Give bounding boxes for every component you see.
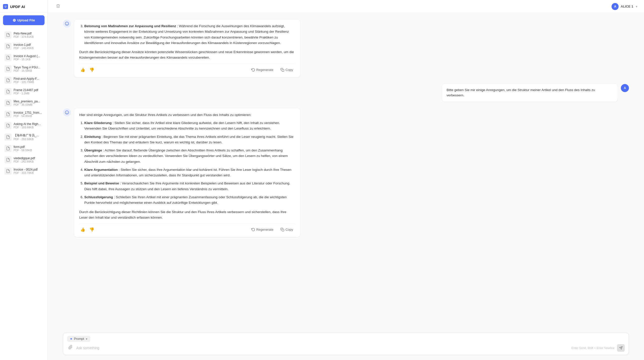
thumbs-up-button-3[interactable]: 👍 [79,226,86,233]
file-icon [5,145,12,152]
file-name: Invoice - 0024.pdf [14,168,37,171]
file-list-item[interactable]: form.pdf PDF · 58.59KB [2,143,46,154]
file-info: Find-and-Apply-F... PDF · 105.79MB [14,77,39,84]
file-size: PDF · 35.03MB [14,103,40,106]
send-button[interactable] [617,344,625,352]
input-top: ✦ Prompt ▼ [67,336,625,342]
file-list-item[interactable]: Invoice # August (... PDF · 15.1KB [2,52,46,63]
regenerate-button-3[interactable]: Regenerate [249,227,275,232]
regenerate-icon [251,68,255,72]
file-size: PDF · 1.2MB [14,92,38,95]
regenerate-button-1[interactable]: Regenerate [249,67,275,73]
file-list-item[interactable]: 【海外推广专员_... PDF · 293.58KB [2,131,46,143]
prompt-dropdown[interactable]: ✦ Prompt ▼ [67,336,90,342]
ai-avatar [63,20,71,28]
file-list-item[interactable]: viededigque.pdf PDF · 242.99KB [2,154,46,165]
upload-label: Upload File [17,18,35,22]
chat-input[interactable] [76,346,569,350]
file-size: PDF · 16.58KB [14,69,41,72]
file-icon [5,88,12,95]
file-name: Invoice # August (... [14,54,40,58]
file-name: Find-and-Apply-F... [14,77,39,81]
svg-point-0 [65,22,69,25]
delete-icon[interactable] [54,4,60,9]
file-list-item[interactable]: Frame 214487.pdf PDF · 1.2MB [2,86,46,97]
file-name: invoice-1.pdf [14,43,34,47]
thumbs-down-button-3[interactable]: 👎 [88,226,95,233]
input-hint: Enter Send; Shift + Enter Newline [571,346,615,349]
file-size: PDF · 105.79MB [14,81,39,84]
attach-button[interactable] [67,344,74,352]
feedback-icons: 👍 👎 [79,66,95,73]
ai-message-3: Hier sind einige Anregungen, um die Stru… [63,108,629,237]
regenerate-icon-3 [251,228,255,231]
file-size: PDF · 242.99KB [14,160,35,163]
prompt-label: Prompt [74,337,84,341]
file-list-item[interactable]: Asking AI the Righ... PDF · 193.68KB [2,120,46,131]
sidebar: U UPDF AI ⊕ Upload File Pets-New.pdf PDF… [0,0,48,360]
item-bold: Klare Argumentation [84,168,118,172]
item-text: : Schließen Sie Ihren Artikel mit einer … [84,195,287,205]
chat-area: Betonung von Maßnahmen zur Anpassung und… [48,13,644,329]
file-icon [5,99,12,106]
file-list-item[interactable]: Find-and-Apply-F... PDF · 105.79MB [2,75,46,86]
list-item: Schlussfolgerung : Schließen Sie Ihren A… [84,194,295,206]
chevron-down-icon: ▼ [85,338,88,340]
file-list-item[interactable]: invoice-1.pdf PDF · 140.45KB [2,41,46,52]
file-list-item[interactable]: Invoice - 0024.pdf PDF · 333.78KB [2,166,46,177]
list-item: Einleitung : Beginnen Sie mit einer präg… [84,134,295,145]
input-row: Enter Send; Shift + Enter Newline [67,344,625,352]
ai-outro-text: Durch die Berücksichtigung dieser Ansätz… [79,49,295,61]
file-size: PDF · 54.85KB [14,114,42,117]
svg-rect-3 [282,229,284,231]
file-list-item[interactable]: Mes_premiers_pa... PDF · 35.03MB [2,97,46,108]
upload-file-button[interactable]: ⊕ Upload File [3,15,45,25]
file-info: Mes_premiers_pa... PDF · 35.03MB [14,100,40,106]
action-buttons: Regenerate Copy [249,67,295,73]
svg-rect-1 [282,69,284,71]
copy-button-3[interactable]: Copy [278,227,295,232]
copy-icon [280,68,284,72]
ai-intro-text: Hier sind einige Anregungen, um die Stru… [79,112,295,118]
file-size: PDF · 333.78KB [14,171,37,174]
file-name: Asking AI the Righ... [14,122,41,126]
copy-label-3: Copy [286,228,293,231]
list-item: Übergänge : Achten Sie darauf, fließende… [84,148,295,165]
paperclip-icon [68,345,73,349]
file-list-item[interactable]: Taryn Tong # PSU... PDF · 16.58KB [2,63,46,74]
file-info: Invoice_1751_from... PDF · 54.85KB [14,111,42,117]
item-bold: Klare Gliederung [84,121,112,125]
file-name: Taryn Tong # PSU... [14,66,41,69]
file-name: Pets-New.pdf [14,32,34,35]
user-chevron-icon: ▼ [635,5,638,8]
message-actions-3: 👍 👎 Regenerate Copy [79,223,295,233]
list-item: Klare Gliederung : Stellen Sie sicher, d… [84,120,295,132]
input-box: ✦ Prompt ▼ Enter Send; Shift + Enter New… [63,333,629,355]
sparkle-icon: ✦ [70,337,73,341]
copy-button-1[interactable]: Copy [278,67,295,73]
user-avatar-msg: A [621,84,629,92]
file-size: PDF · 58.59KB [14,149,32,152]
ai-outro: Durch die Berücksichtigung dieser Richtl… [79,209,295,221]
file-info: Taryn Tong # PSU... PDF · 16.58KB [14,66,41,72]
thumbs-up-button[interactable]: 👍 [79,66,86,73]
file-list-item[interactable]: Pets-New.pdf PDF · 374.81KB [2,29,46,41]
file-icon [5,31,12,38]
file-info: 【海外推广专员_... PDF · 293.58KB [14,133,39,141]
list-item: Klare Argumentation : Stellen Sie sicher… [84,167,295,178]
regenerate-label-3: Regenerate [256,228,273,231]
file-list-item[interactable]: Invoice_1751_from... PDF · 54.85KB [2,109,46,120]
file-icon [5,122,12,129]
file-size: PDF · 15.1KB [14,58,40,61]
file-info: Frame 214487.pdf PDF · 1.2MB [14,88,38,95]
file-name: form.pdf [14,145,32,149]
file-name: 【海外推广专员_... [14,133,39,138]
file-icon [5,65,12,72]
file-size: PDF · 293.58KB [14,138,39,141]
message-actions-1: 👍 👎 Regenerate Copy [79,64,295,73]
file-info: Asking AI the Righ... PDF · 193.68KB [14,122,41,129]
top-bar: A ALICE 1 ▼ [48,0,644,13]
thumbs-down-button[interactable]: 👎 [88,66,95,73]
app-name: UPDF AI [10,5,25,9]
file-size: PDF · 193.68KB [14,126,41,129]
